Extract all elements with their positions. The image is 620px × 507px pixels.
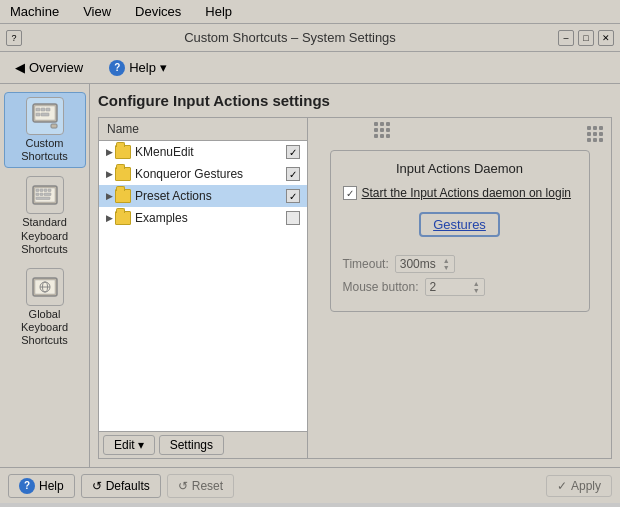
- reset-button[interactable]: ↺ Reset: [167, 474, 234, 498]
- help-dropdown-icon: ▾: [160, 60, 167, 75]
- kmenu-expander[interactable]: ▶: [103, 146, 115, 158]
- overview-label: Overview: [29, 60, 83, 75]
- content-area: Configure Input Actions settings Name: [90, 84, 620, 467]
- tree-row-konqueror[interactable]: ▶ Konqueror Gestures ✓: [99, 163, 307, 185]
- menu-devices[interactable]: Devices: [129, 2, 187, 21]
- reset-label: Reset: [192, 479, 223, 493]
- menu-machine[interactable]: Machine: [4, 2, 65, 21]
- svg-rect-16: [44, 193, 51, 196]
- daemon-login-label: Start the Input Actions daemon on login: [362, 186, 571, 200]
- gestures-label: Gestures: [433, 217, 486, 232]
- examples-expander[interactable]: ▶: [103, 212, 115, 224]
- kmenu-label: KMenuEdit: [135, 145, 194, 159]
- overview-button[interactable]: ◀ Overview: [6, 57, 92, 78]
- tree-row-examples[interactable]: ▶ Examples: [99, 207, 307, 229]
- svg-rect-3: [41, 108, 45, 111]
- konqueror-expander[interactable]: ▶: [103, 168, 115, 180]
- statusbar: ? Help ↺ Defaults ↺ Reset ✓ Apply: [0, 467, 620, 503]
- window-title: Custom Shortcuts – System Settings: [22, 30, 558, 45]
- timeout-input[interactable]: 300ms ▲▼: [395, 255, 455, 273]
- daemon-login-row: ✓ Start the Input Actions daemon on logi…: [343, 186, 577, 200]
- konqueror-checkbox[interactable]: ✓: [286, 167, 300, 181]
- help-status-label: Help: [39, 479, 64, 493]
- tree-bottom-bar: Edit ▾ Settings: [99, 431, 307, 458]
- tree-panel: Name ▶ KMenuEdit: [98, 117, 308, 459]
- defaults-label: Defaults: [106, 479, 150, 493]
- svg-rect-2: [36, 108, 40, 111]
- tree-row-preset[interactable]: ▶ Preset Actions ✓: [99, 185, 307, 207]
- defaults-icon: ↺: [92, 479, 102, 493]
- svg-rect-14: [36, 193, 39, 196]
- grid-icon: [374, 122, 390, 138]
- timeout-spinner[interactable]: ▲▼: [443, 257, 450, 271]
- custom-shortcuts-label: CustomShortcuts: [21, 137, 67, 163]
- preset-label: Preset Actions: [135, 189, 212, 203]
- wm-question-button[interactable]: ?: [6, 30, 22, 46]
- tree-row-kmenu[interactable]: ▶ KMenuEdit ✓: [99, 141, 307, 163]
- mouse-value: 2: [430, 280, 437, 294]
- menu-view[interactable]: View: [77, 2, 117, 21]
- help-status-icon: ?: [19, 478, 35, 494]
- kmenu-checkbox[interactable]: ✓: [286, 145, 300, 159]
- menu-help[interactable]: Help: [199, 2, 238, 21]
- daemon-login-checkbox[interactable]: ✓: [343, 186, 357, 200]
- kmenu-folder-icon: [115, 145, 131, 159]
- svg-rect-7: [51, 124, 57, 128]
- mouse-spinner[interactable]: ▲▼: [473, 280, 480, 294]
- preset-checkbox[interactable]: ✓: [286, 189, 300, 203]
- custom-shortcuts-icon: [26, 97, 64, 135]
- edit-button[interactable]: Edit ▾: [103, 435, 155, 455]
- settings-label: Settings: [170, 438, 213, 452]
- content-title: Configure Input Actions settings: [98, 92, 612, 109]
- status-right: ✓ Apply: [546, 475, 612, 497]
- wm-minimize-button[interactable]: –: [558, 30, 574, 46]
- daemon-box: Input Actions Daemon ✓ Start the Input A…: [330, 150, 590, 312]
- standard-keyboard-icon: [26, 176, 64, 214]
- mouse-label: Mouse button:: [343, 280, 419, 294]
- konqueror-label: Konqueror Gestures: [135, 167, 243, 181]
- global-keyboard-icon: [26, 268, 64, 306]
- sidebar-item-global[interactable]: GlobalKeyboardShortcuts: [4, 264, 86, 352]
- apply-button[interactable]: ✓ Apply: [546, 475, 612, 497]
- help-toolbar-button[interactable]: ? Help ▾: [100, 57, 176, 79]
- svg-rect-11: [40, 189, 43, 192]
- right-panel: Input Actions Daemon ✓ Start the Input A…: [308, 117, 612, 459]
- help-icon: ?: [109, 60, 125, 76]
- sidebar-item-standard[interactable]: StandardKeyboardShortcuts: [4, 172, 86, 260]
- help-status-button[interactable]: ? Help: [8, 474, 75, 498]
- defaults-button[interactable]: ↺ Defaults: [81, 474, 161, 498]
- examples-folder-icon: [115, 211, 131, 225]
- svg-rect-15: [40, 193, 43, 196]
- overview-icon: ◀: [15, 60, 25, 75]
- svg-rect-10: [36, 189, 39, 192]
- split-pane: Name ▶ KMenuEdit: [98, 117, 612, 459]
- daemon-title: Input Actions Daemon: [343, 161, 577, 176]
- sidebar-item-custom[interactable]: CustomShortcuts: [4, 92, 86, 168]
- mouse-row: Mouse button: 2 ▲▼: [343, 278, 577, 296]
- main-layout: CustomShortcuts StandardKeyboardShortcut…: [0, 84, 620, 467]
- help-label: Help: [129, 60, 156, 75]
- toolbar: ◀ Overview ? Help ▾: [0, 52, 620, 84]
- standard-keyboard-label: StandardKeyboardShortcuts: [21, 216, 68, 256]
- timeout-value: 300ms: [400, 257, 436, 271]
- titlebar: ? Custom Shortcuts – System Settings – □…: [0, 24, 620, 52]
- timeout-row: Timeout: 300ms ▲▼: [343, 255, 577, 273]
- tree-body: ▶ KMenuEdit ✓ ▶ Konqueror Gestures ✓: [99, 141, 307, 431]
- mouse-input[interactable]: 2 ▲▼: [425, 278, 485, 296]
- examples-label: Examples: [135, 211, 188, 225]
- menubar: Machine View Devices Help: [0, 0, 620, 24]
- svg-rect-17: [36, 197, 50, 200]
- gestures-button[interactable]: Gestures: [419, 212, 500, 237]
- svg-rect-5: [36, 113, 40, 116]
- preset-expander[interactable]: ▶: [103, 190, 115, 202]
- reset-icon: ↺: [178, 479, 188, 493]
- edit-label: Edit: [114, 438, 135, 452]
- preset-folder-icon: [115, 189, 131, 203]
- settings-button[interactable]: Settings: [159, 435, 224, 455]
- grid-top-right: [587, 126, 603, 142]
- wm-maximize-button[interactable]: □: [578, 30, 594, 46]
- titlebar-right-controls: – □ ✕: [558, 30, 614, 46]
- examples-checkbox[interactable]: [286, 211, 300, 225]
- wm-close-button[interactable]: ✕: [598, 30, 614, 46]
- svg-rect-13: [48, 189, 51, 192]
